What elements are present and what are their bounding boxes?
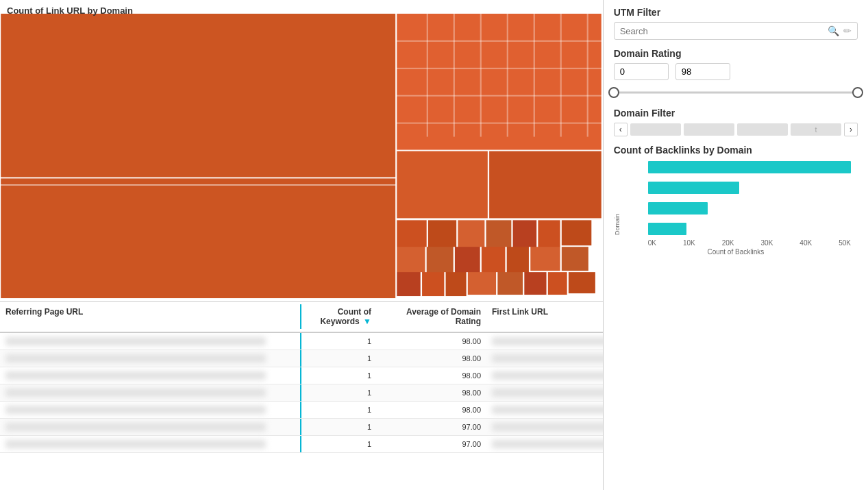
domain-rating-section: Domain Rating [614,48,858,99]
table-row: 1 97.00 [0,419,603,436]
table-cell-first-link [486,333,603,350]
chart-x-label: 30K [761,239,773,247]
filter-chip-4[interactable]: t [791,123,841,136]
utm-filter-section: UTM Filter 🔍 ✏ [614,7,858,40]
table-cell-url [0,367,301,384]
link-text [492,406,603,414]
table-header: Referring Page URL Count of Keywords ▼ A… [0,302,603,333]
url-text [5,389,266,397]
th-first-link: First Link URL [486,304,603,329]
bar-row [648,201,851,216]
table-row: 1 98.00 [0,384,603,402]
table-cell-domain-rating: 97.00 [377,419,486,435]
table-cell-first-link [486,367,603,384]
slider-thumb-right[interactable] [852,87,863,98]
table-cell-keywords: 1 [301,384,377,401]
backlinks-chart-title: Count of Backlinks by Domain [614,145,858,156]
search-box: 🔍 ✏ [614,22,858,40]
table-row: 1 98.00 [0,367,603,384]
domain-filter-section: Domain Filter ‹ t › [614,108,858,136]
bar [648,161,851,173]
link-text [492,354,603,363]
backlinks-chart-section: Count of Backlinks by Domain Domain 0K10… [614,145,858,276]
treemap-container: Count of Link URL by Domain [0,0,603,302]
th-domain-rating: Average of Domain Rating [377,304,486,329]
slider-thumb-left[interactable] [608,87,619,98]
bar [648,223,686,235]
rating-max-input[interactable] [675,63,730,80]
table-cell-first-link [486,436,603,452]
table-cell-keywords: 1 [301,367,377,384]
table-cell-keywords: 1 [301,419,377,435]
search-input[interactable] [620,26,823,36]
slider-track [614,92,858,94]
bar-row [648,180,851,195]
link-text [492,371,603,380]
table-cell-keywords: 1 [301,350,377,367]
table-container: Referring Page URL Count of Keywords ▼ A… [0,302,603,490]
table-row: 1 97.00 [0,436,603,453]
table-cell-domain-rating: 98.00 [377,367,486,384]
table-body: 1 98.00 1 98.00 [0,333,603,490]
domain-rating-title: Domain Rating [614,48,858,59]
link-text [492,423,603,431]
chart-y-label: Domain [614,180,621,235]
table-cell-keywords: 1 [301,402,377,418]
domain-filter-nav: ‹ t › [614,123,858,136]
table-cell-url [0,350,301,367]
table-cell-first-link [486,384,603,401]
table-cell-first-link [486,402,603,418]
url-text [5,337,266,345]
url-text [5,423,266,431]
treemap-canvas [0,0,603,301]
table-cell-url [0,436,301,452]
chart-x-title: Count of Backlinks [614,248,858,256]
table-row: 1 98.00 [0,402,603,419]
filter-chip-1[interactable] [630,123,681,136]
table-cell-domain-rating: 98.00 [377,350,486,367]
table-cell-domain-rating: 98.00 [377,384,486,401]
nav-next-button[interactable]: › [844,123,858,136]
bar [648,182,739,194]
table-cell-keywords: 1 [301,333,377,350]
table-cell-domain-rating: 98.00 [377,333,486,350]
utm-filter-title: UTM Filter [614,7,858,18]
sort-icon: ▼ [363,317,371,326]
filter-chips: t [630,123,841,136]
url-text [5,371,266,380]
th-keywords: Count of Keywords ▼ [301,304,377,329]
bar-row [648,221,851,236]
chart-x-labels: 0K10K20K30K40K50K [648,239,851,247]
filter-chip-2[interactable] [684,123,734,136]
table-cell-domain-rating: 97.00 [377,436,486,452]
chart-x-label: 0K [648,239,656,247]
nav-prev-button[interactable]: ‹ [614,123,628,136]
slider-container [614,86,858,99]
table-row: 1 98.00 [0,333,603,350]
chart-x-label: 50K [839,239,851,247]
link-text [492,337,603,345]
rating-min-input[interactable] [614,63,669,80]
table-cell-domain-rating: 98.00 [377,402,486,418]
filter-chip-3[interactable] [737,123,788,136]
table-cell-first-link [486,350,603,367]
edit-icon[interactable]: ✏ [843,25,852,36]
rating-inputs [614,63,858,80]
left-panel: Count of Link URL by Domain Referring Pa… [0,0,604,490]
link-text [492,389,603,397]
chart-area: Domain 0K10K20K30K40K50K Count of Backli… [614,160,858,276]
table-row: 1 98.00 [0,350,603,367]
url-text [5,406,266,414]
table-cell-url [0,333,301,350]
chart-x-label: 20K [722,239,734,247]
table-cell-first-link [486,419,603,435]
url-text [5,440,266,448]
treemap-title: Count of Link URL by Domain [7,5,133,16]
th-url: Referring Page URL [0,304,301,329]
table-cell-keywords: 1 [301,436,377,452]
chart-x-label: 10K [683,239,695,247]
right-panel: UTM Filter 🔍 ✏ Domain Rating Domain Filt… [604,0,868,490]
url-text [5,354,266,363]
bar [648,202,708,215]
chart-x-label: 40K [799,239,812,247]
